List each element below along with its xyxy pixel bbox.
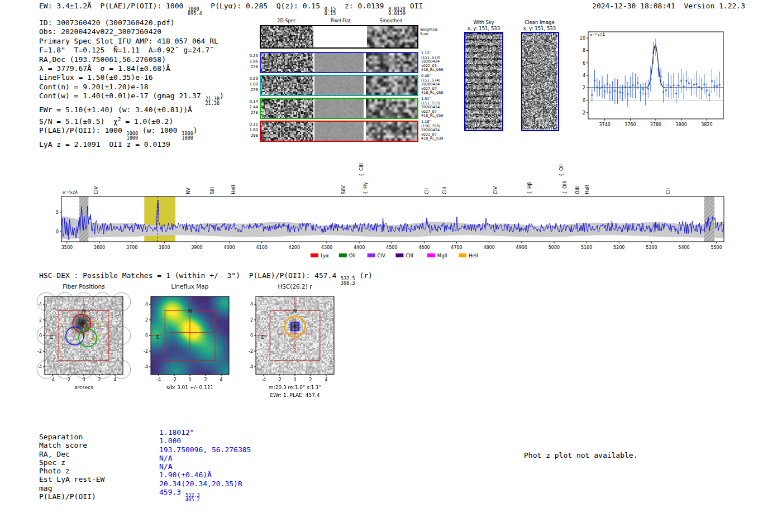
fiber-row-annotation: 1.18"(150, 358)20200424v022_07418_RL_039 [421, 120, 443, 141]
svg-text:CIV: CIV [378, 253, 385, 258]
svg-text:8: 8 [583, 48, 585, 53]
svg-text:{: { [363, 191, 368, 194]
svg-text:HeII: HeII [584, 185, 590, 194]
svg-text:2: 2 [583, 85, 585, 90]
svg-text:-4: -4 [37, 365, 42, 370]
svg-text:{: { [562, 191, 568, 194]
fiber-row-frame [260, 75, 418, 96]
clean-image-coords: x, y: 151, 533 [518, 26, 561, 31]
svg-text:N: N [293, 308, 297, 314]
match-row-label: Separation [39, 433, 104, 441]
fiber-pixel-flat-image [314, 99, 364, 118]
svg-text:5000: 5000 [549, 245, 560, 250]
full-spectrum-chart: 3500 3600 3700 3800 3900 4000 4100 4200 … [47, 151, 732, 265]
cutout-fiber-positions: Fiber Positions -4 -4 -2 -2 0 0 2 2 4 4 … [29, 282, 135, 408]
match-row-label: Match score [39, 441, 104, 449]
svg-text:3600: 3600 [94, 245, 105, 250]
svg-text:5100: 5100 [581, 245, 592, 250]
svg-text:4200: 4200 [289, 245, 300, 250]
fiber-row-annotation: 1.12"(151, 533)20200424v022_03418_RL_059 [421, 51, 443, 73]
match-row-value: 1.000 [159, 437, 251, 445]
svg-text:-4: -4 [156, 377, 161, 382]
match-row-label: Est LyA rest-EW [39, 475, 104, 483]
svg-text:5300: 5300 [646, 245, 657, 250]
fiber-row-annotation: 1.51"(151, 533)20200424v027_07418_RL_059 [421, 97, 443, 118]
svg-text:3780: 3780 [650, 122, 661, 127]
svg-text:4900: 4900 [516, 245, 527, 250]
svg-text:4700: 4700 [451, 245, 462, 250]
svg-text:CIV: CIV [493, 186, 498, 194]
svg-text:N: N [188, 308, 192, 314]
cutout-hsc-r: HSC(26.2) r -4 -4 -2 -2 0 0 2 2 4 4 N E … [240, 282, 346, 408]
svg-text:{: { [559, 173, 564, 176]
with-sky-panel [464, 32, 503, 131]
match-row-value: 1.90(±0.46)Å [159, 471, 251, 479]
fiber-2d-image [261, 76, 313, 95]
svg-text:OIII: OIII [575, 186, 580, 194]
svg-text:0: 0 [39, 333, 42, 338]
svg-text:-2: -2 [172, 377, 177, 382]
fiber-row-annotation: 0.40"(151, 574)20200424v027_07418_RL_058 [421, 74, 443, 95]
svg-text:3800: 3800 [675, 122, 686, 127]
match-row-label: RA, Dec [39, 450, 104, 458]
svg-text:HeII: HeII [469, 253, 478, 258]
fiber-row-frame [260, 52, 418, 73]
clean-image-image [522, 33, 557, 130]
svg-text:CIII: CIII [359, 164, 364, 171]
svg-text:NV: NV [185, 188, 191, 194]
svg-text:0: 0 [145, 333, 148, 338]
clean-image-title: Clean Image [518, 20, 561, 25]
svg-text:OII: OII [349, 253, 356, 258]
svg-text:-2: -2 [581, 111, 585, 116]
fiber-2d-image [261, 99, 313, 118]
header-timestamp: 2024-12-30 18:08:41 Version 1.22.3 [592, 2, 745, 11]
with-sky-image [465, 33, 502, 130]
svg-text:Lyα: Lyα [321, 253, 329, 258]
svg-text:CIII: CIII [406, 253, 413, 258]
col-header-pixel-flat: Pixel Flat [320, 18, 362, 23]
fiber-smoothed-image [366, 122, 417, 141]
match-table-labels: SeparationMatch scoreRA, DecSpec zPhoto … [39, 433, 104, 501]
svg-text:HeII: HeII [231, 185, 236, 194]
match-row-value: N/A [159, 462, 251, 471]
svg-text:4000: 4000 [223, 245, 235, 250]
fiber-row-stats: 0.231.00279 [241, 76, 258, 93]
svg-text:0: 0 [82, 377, 85, 382]
svg-text:CII: CII [424, 188, 430, 194]
fiber-row-stats: 0.142.44278 [241, 99, 258, 116]
svg-text:-2: -2 [37, 349, 42, 354]
svg-text:OII: OII [559, 164, 564, 171]
svg-text:-4: -4 [261, 377, 266, 382]
svg-text:3800: 3800 [159, 245, 170, 250]
cutout-caption-2: EWr: 1. PLAE: 457.4 [240, 392, 350, 398]
svg-text:4: 4 [145, 302, 148, 307]
svg-text:-4: -4 [249, 365, 253, 370]
match-row-value: 20.34(20.34,20.35)R [159, 480, 251, 488]
elixer-report-page: EW: 3.4±1.2Å P(LAE)/P(OII): 1000 1000895… [0, 0, 782, 532]
with-sky-coords: x, y: 151, 533 [464, 26, 504, 31]
svg-text:2: 2 [204, 377, 207, 382]
weighted-sum-label: WeightedSum [420, 28, 437, 36]
weighted-sum-strip [260, 25, 418, 49]
svg-text:4400: 4400 [354, 245, 365, 250]
weighted-sum-smoothed-image [367, 26, 417, 47]
fiber-smoothed-image [366, 53, 417, 72]
svg-text:4300: 4300 [321, 245, 332, 250]
fiber-smoothed-image [366, 76, 417, 95]
svg-text:4800: 4800 [484, 245, 495, 250]
svg-text:E: E [261, 334, 265, 340]
svg-text:5500: 5500 [711, 245, 722, 250]
svg-text:3500: 3500 [61, 245, 73, 250]
svg-text:{: { [359, 173, 364, 176]
detection-info-block: ID: 3007360420 (3007360420.pdf)Obs: 2020… [39, 18, 224, 150]
fiber-row-stats: 0.111.60298 [241, 122, 258, 138]
fiber-2d-image [261, 122, 313, 141]
fiber-pixel-flat-image [314, 122, 364, 141]
svg-text:2: 2 [145, 318, 148, 323]
svg-text:5400: 5400 [678, 245, 689, 250]
fiber-positions-overlay: -4 -4 -2 -2 0 0 2 2 4 4 N E [29, 282, 135, 410]
fiber-pixel-flat-image [314, 76, 364, 95]
svg-text:3740: 3740 [599, 122, 610, 127]
svg-text:4: 4 [325, 377, 327, 382]
svg-text:3900: 3900 [191, 245, 202, 250]
